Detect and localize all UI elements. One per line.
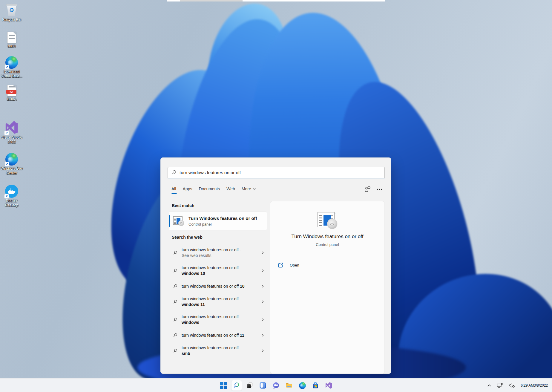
chevron-right-icon [261, 349, 264, 353]
web-suggestion[interactable]: turn windows features on or off -See web… [169, 244, 267, 261]
open-action[interactable]: Open [275, 259, 380, 271]
open-label: Open [290, 263, 299, 267]
visual-studio-icon: ↗ [5, 121, 18, 134]
search-icon [173, 318, 177, 322]
web-suggestion[interactable]: turn windows features on or offsmb [169, 342, 267, 359]
chevron-up-icon [487, 384, 491, 387]
taskbar-edge-button[interactable] [297, 380, 308, 391]
best-match-heading: Best match [172, 203, 194, 208]
taskbar: 6:29 AM 3/8/2022 [0, 378, 552, 392]
chevron-right-icon [261, 333, 264, 337]
pdf-document-icon: PDF [7, 82, 16, 96]
taskbar-search-button[interactable] [231, 380, 242, 391]
volume-muted-icon [509, 383, 515, 388]
taskbar-task-view-button[interactable] [244, 380, 255, 391]
chevron-right-icon [261, 300, 264, 304]
desktop-icon-label: bash [8, 44, 16, 48]
text-document-icon [7, 29, 16, 43]
tray-clock[interactable]: 6:29 AM 3/8/2022 [518, 380, 550, 391]
pdf-badge: PDF [6, 90, 16, 94]
desktop-icon-label: Visual Studio2022 [1, 135, 22, 144]
shortcut-arrow-icon: ↗ [4, 194, 9, 198]
chevron-right-icon [261, 251, 264, 255]
tray-volume-button[interactable] [507, 380, 517, 391]
chevron-right-icon [261, 284, 264, 288]
web-suggestions: turn windows features on or off -See web… [169, 244, 267, 359]
widgets-icon [259, 382, 266, 389]
desktop-icon-label: Recycle Bin [2, 18, 21, 22]
search-icon [173, 284, 177, 288]
selection-accent-bar [169, 215, 170, 227]
windows-features-icon: ... [173, 216, 184, 226]
shortcut-arrow-icon: ↗ [4, 131, 9, 135]
desktop-icon-label: DownloadVisual Stud... [1, 70, 22, 79]
search-results-column: Best match ... Turn Windows features on … [168, 158, 267, 373]
taskbar-chat-button[interactable] [271, 380, 281, 391]
open-external-icon [278, 263, 283, 268]
desktop-icon-bash[interactable]: bash [1, 29, 23, 48]
web-suggestion[interactable]: turn windows features on or offwindows 1… [169, 293, 267, 310]
preview-subtitle: Control panel [270, 242, 384, 247]
best-match-result[interactable]: ... Turn Windows features on or off Cont… [169, 212, 267, 230]
desktop-icon-label: DockerDesktop [5, 199, 18, 208]
tray-network-button[interactable] [495, 380, 506, 391]
desktop-icon-download-visual-studio[interactable]: ↗ DownloadVisual Stud... [1, 55, 23, 79]
desktop-icon-label: Windows DevCenter [1, 166, 22, 175]
divider [275, 255, 380, 255]
result-preview-pane: ... Turn Windows features on or off Cont… [270, 201, 385, 374]
network-ethernet-icon [497, 383, 504, 388]
search-icon [173, 251, 177, 255]
best-match-title: Turn Windows features on or off [188, 215, 257, 221]
desktop-icon-docker-desktop[interactable]: ↗ DockerDesktop [1, 184, 23, 208]
search-icon [173, 269, 177, 273]
taskbar-widgets-button[interactable] [257, 380, 268, 391]
search-icon [173, 349, 177, 353]
desktop-icon-recycle-bin[interactable]: ♻ Recycle Bin [1, 3, 23, 22]
background-window-edge [167, 0, 385, 1]
chevron-right-icon [261, 318, 264, 321]
best-match-subtitle: Control panel [188, 222, 257, 227]
taskbar-file-explorer-button[interactable] [284, 380, 295, 391]
search-icon [173, 300, 177, 304]
clock-time: 6:29 AM [521, 383, 534, 388]
chat-icon [272, 382, 280, 389]
search-the-web-heading: Search the web [172, 235, 203, 240]
taskbar-start-button[interactable] [218, 380, 229, 391]
visual-studio-icon [325, 382, 332, 389]
desktop-icon-windows-dev-center[interactable]: ↗ Windows DevCenter [1, 152, 23, 175]
taskbar-visual-studio-button[interactable] [323, 380, 334, 391]
web-suggestion[interactable]: turn windows features on or off 11 [169, 329, 267, 341]
task-view-icon [246, 382, 253, 389]
shortcut-arrow-icon: ↗ [5, 65, 9, 69]
store-icon [312, 382, 319, 389]
account-icon[interactable] [364, 186, 371, 192]
search-flyout-panel: turn windows features on or off All Apps… [160, 157, 391, 374]
search-icon [233, 382, 240, 389]
desktop-icon-label: EULA [7, 97, 16, 102]
windows-features-icon: ... [318, 212, 337, 229]
preview-title: Turn Windows features on or off [270, 234, 384, 240]
recycle-bin-icon: ♻ [6, 3, 18, 17]
tray-show-hidden-icons-button[interactable] [485, 380, 493, 391]
search-icon [173, 333, 177, 337]
clock-date: 3/8/2022 [534, 383, 548, 388]
chevron-right-icon [261, 269, 264, 272]
taskbar-store-button[interactable] [310, 380, 321, 391]
web-suggestion[interactable]: turn windows features on or offwindows [169, 311, 267, 328]
edge-shortcut-icon: ↗ [5, 55, 18, 69]
file-explorer-icon [286, 382, 293, 389]
docker-icon: ↗ [5, 184, 18, 198]
web-suggestion[interactable]: turn windows features on or offwindows 1… [169, 262, 267, 279]
shortcut-arrow-icon: ↗ [5, 162, 9, 166]
more-options-icon[interactable] [377, 189, 382, 190]
desktop-icon-visual-studio-2022[interactable]: ↗ Visual Studio2022 [1, 121, 23, 144]
start-icon [220, 382, 227, 389]
edge-shortcut-icon: ↗ [5, 152, 18, 166]
web-suggestion[interactable]: turn windows features on or off 10 [169, 280, 267, 292]
desktop-icon-eula[interactable]: PDF EULA [1, 82, 23, 102]
edge-icon [299, 382, 306, 389]
